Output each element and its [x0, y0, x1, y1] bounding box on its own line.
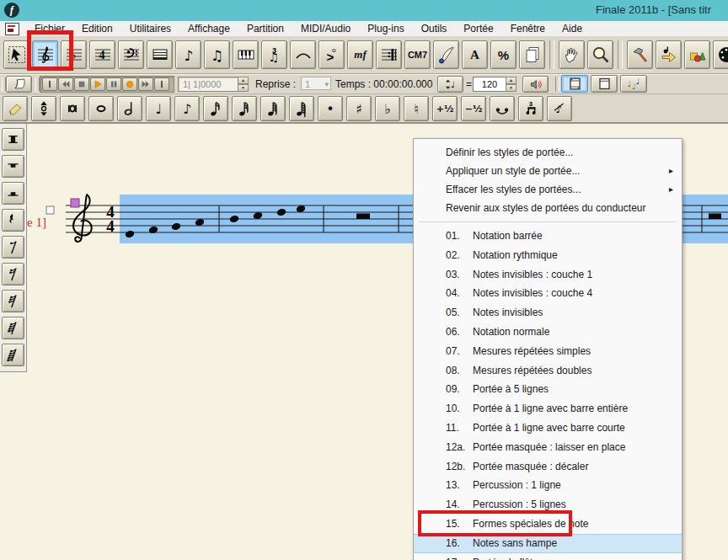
- spinner-up-icon[interactable]: ▲: [238, 77, 249, 84]
- sharp-button[interactable]: ♯: [346, 96, 372, 121]
- eraser-button[interactable]: [3, 96, 28, 121]
- hyperscribe-tool-button[interactable]: [233, 40, 259, 69]
- menubar-item-utilitaires[interactable]: Utilitaires: [121, 21, 179, 36]
- menubar-item-affichage[interactable]: Affichage: [179, 21, 238, 36]
- menubar-item-fenetre[interactable]: Fenêtre: [502, 21, 554, 36]
- eighth-rest-button[interactable]: [2, 236, 24, 259]
- natural-button[interactable]: ♮: [404, 96, 429, 121]
- tempo-spinner[interactable]: ▲▼: [506, 77, 517, 92]
- spinner-down-icon[interactable]: ▼: [506, 84, 517, 92]
- sixtyfourth-note-button[interactable]: [260, 96, 286, 121]
- reprise-select[interactable]: 1▾: [301, 77, 331, 90]
- go-to-end-button[interactable]: [154, 77, 169, 91]
- menu-item-08-mesures-repetees-doubles[interactable]: 08.Mesures répétées doubles: [414, 361, 682, 381]
- double-whole-note-button[interactable]: [60, 96, 85, 121]
- text-tool-button[interactable]: A: [462, 40, 488, 69]
- menu-item-16-notes-sans-hampe[interactable]: 16.Notes sans hampe: [414, 534, 682, 553]
- menu-item-07-mesures-repetees-simples[interactable]: 07.Mesures répétées simples: [414, 342, 682, 361]
- half-rest[interactable]: [709, 214, 721, 220]
- staff-handle[interactable]: [46, 206, 54, 214]
- thirtysecond-rest-button[interactable]: [2, 290, 24, 312]
- clef-tool-button[interactable]: [118, 40, 144, 69]
- stop-button[interactable]: [74, 77, 89, 91]
- double-whole-rest-button[interactable]: [2, 128, 24, 151]
- quarter-rest-button[interactable]: [2, 209, 24, 232]
- menu-item-12b-portee-masquee-decaler[interactable]: 12b.Portée masquée : décaler: [414, 457, 682, 477]
- repeat-tool-button[interactable]: [376, 40, 402, 69]
- rewind-button[interactable]: [58, 77, 73, 91]
- hundredtwentyeighth-rest-button[interactable]: [2, 344, 24, 366]
- smart-shape-tool-button[interactable]: [290, 40, 316, 69]
- transpose-button[interactable]: [31, 96, 56, 121]
- tempo-input[interactable]: 120: [473, 77, 506, 92]
- hand-grabber-tool-button[interactable]: [559, 40, 585, 69]
- go-to-start-button[interactable]: [42, 77, 57, 91]
- playback-counter-field[interactable]: 1| 1|0000: [178, 77, 243, 92]
- raise-half-step-button[interactable]: +½: [432, 96, 458, 121]
- menu-item-04-notes-invisibles-couche-4[interactable]: 04.Notes invisibles : couche 4: [414, 284, 682, 303]
- record-button[interactable]: [122, 77, 137, 91]
- menu-item-11-portee-a-1-ligne-avec-barre-courte[interactable]: 11.Portée à 1 ligne avec barre courte: [414, 419, 682, 438]
- menu-item-06-notation-normale[interactable]: 06.Notation normale: [414, 323, 682, 342]
- special-tools-button[interactable]: [627, 40, 653, 69]
- augmentation-dot-button[interactable]: •: [318, 96, 343, 121]
- selection-tool-button[interactable]: [3, 40, 29, 69]
- resize-tool-button[interactable]: %: [490, 40, 517, 69]
- whole-note-button[interactable]: [88, 96, 114, 121]
- half-rest-button[interactable]: [2, 182, 24, 205]
- articulation-tool-button[interactable]: o>: [318, 40, 345, 69]
- quarter-note-button[interactable]: ♩: [146, 96, 171, 121]
- menu-item-10-portee-a-1-ligne-avec-barre-entiere[interactable]: 10.Portée à 1 ligne avec barre entière: [414, 399, 682, 419]
- menu-item-02-notation-rythmique[interactable]: 02.Notation rythmique: [414, 246, 682, 265]
- page-layout-tool-button[interactable]: [519, 40, 545, 69]
- graphics-tool-button[interactable]: [684, 40, 710, 69]
- tie-button[interactable]: [490, 96, 515, 121]
- sixteenth-rest-button[interactable]: [2, 263, 24, 285]
- menu-item-17-portee-de-flute[interactable]: 17.Portée de flûte: [414, 553, 682, 560]
- menu-item-05-notes-invisibles[interactable]: 05.Notes invisibles: [414, 303, 682, 323]
- smart-playback-button[interactable]: [6, 76, 32, 93]
- half-rest[interactable]: [356, 214, 370, 220]
- thirtysecond-note-button[interactable]: [232, 96, 257, 121]
- studio-view-button[interactable]: ♩♩♩: [620, 75, 647, 93]
- flat-button[interactable]: ♭: [375, 96, 400, 121]
- scroll-view-button[interactable]: [561, 75, 588, 93]
- menu-item-01-notation-barree[interactable]: 01.Notation barrée: [414, 227, 682, 246]
- menu-item-revenir-aux-styles-de-portees-du-conducteu[interactable]: Revenir aux styles de portées du conduct…: [414, 199, 682, 217]
- triplet-button[interactable]: 3: [518, 96, 543, 121]
- menu-item-appliquer-un-style-de-portee[interactable]: Appliquer un style de portée...▸: [414, 162, 682, 180]
- half-note-button[interactable]: [117, 96, 142, 121]
- menubar-item-partition[interactable]: Partition: [238, 21, 292, 36]
- sixtyfourth-rest-button[interactable]: [2, 317, 24, 339]
- hundredtwentyeighth-note-button[interactable]: [289, 96, 314, 121]
- menu-item-12a-portee-masquee-laisser-en-place[interactable]: 12a.Portée masquée : laisser en place: [414, 438, 682, 457]
- menubar-item-portee[interactable]: Portée: [455, 21, 501, 36]
- menu-item-13-percussion-1-ligne[interactable]: 13.Percussion : 1 ligne: [414, 476, 682, 495]
- time-signature-tool-button[interactable]: 4: [89, 40, 115, 69]
- lower-half-step-button[interactable]: −½: [461, 96, 486, 121]
- menubar-item-midi-audio[interactable]: MIDI/Audio: [292, 21, 359, 36]
- spinner-down-icon[interactable]: ▼: [238, 84, 249, 92]
- fast-forward-button[interactable]: [138, 77, 153, 91]
- pause-button[interactable]: [106, 77, 121, 91]
- staff-style-handle[interactable]: [71, 199, 79, 207]
- menu-item-definir-les-styles-de-portee[interactable]: Définir les styles de portée...: [414, 143, 682, 162]
- sixteenth-note-button[interactable]: [203, 96, 228, 121]
- grace-note-button[interactable]: ♪: [547, 96, 572, 121]
- menubar-item-edition[interactable]: Edition: [73, 21, 121, 36]
- note-mover-tool-button[interactable]: [656, 40, 682, 69]
- whole-rest-button[interactable]: [2, 155, 24, 178]
- speedy-entry-tool-button[interactable]: ♫: [204, 40, 230, 69]
- tuplet-tool-button[interactable]: 3♫: [261, 40, 287, 69]
- menubar-item-outils[interactable]: Outils: [413, 21, 456, 36]
- tempo-unit-button[interactable]: ♩: [437, 76, 463, 93]
- midi-tool-button[interactable]: [713, 40, 728, 69]
- menubar-item-aide[interactable]: Aide: [554, 21, 591, 36]
- page-view-button[interactable]: [591, 75, 618, 93]
- expression-tool-button[interactable]: mf: [347, 40, 373, 69]
- counter-spinner[interactable]: ▲▼: [238, 77, 249, 92]
- chord-tool-button[interactable]: CM7: [404, 40, 431, 69]
- zoom-tool-button[interactable]: [587, 40, 613, 69]
- menu-item-effacer-les-styles-de-portees[interactable]: Effacer les styles de portées...▸: [414, 180, 682, 199]
- menu-item-09-portee-a-5-lignes[interactable]: 09.Portée à 5 lignes: [414, 380, 682, 399]
